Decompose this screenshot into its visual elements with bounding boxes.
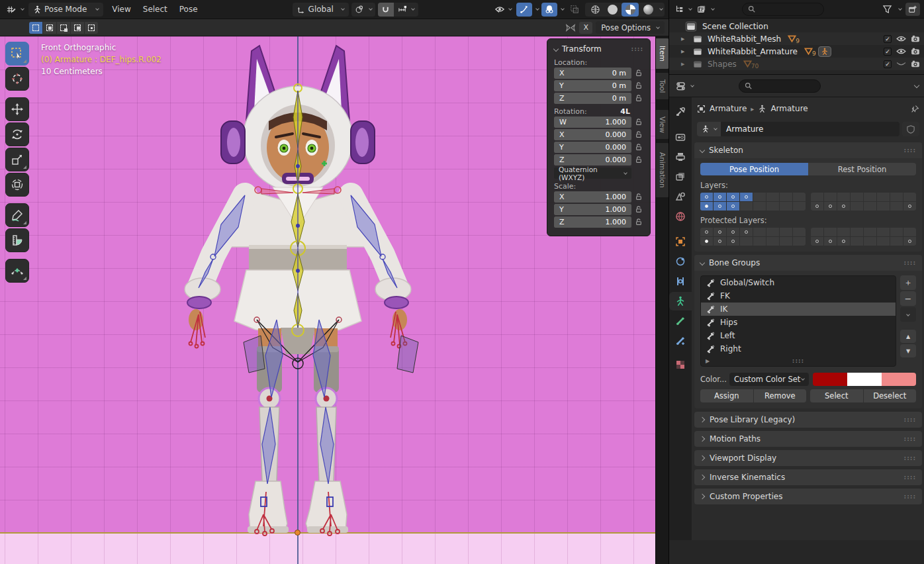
layer-cell[interactable] — [714, 202, 726, 211]
layer-cell[interactable] — [864, 228, 876, 236]
menu-select[interactable]: Select — [137, 3, 173, 17]
layer-cell[interactable] — [793, 228, 806, 236]
layer-cell[interactable] — [793, 193, 806, 201]
x-axis-mirror-toggle[interactable]: X — [579, 22, 592, 34]
eye-icon[interactable] — [896, 35, 906, 42]
color-swatch-1[interactable] — [847, 373, 882, 386]
properties-tab-bone-constraints[interactable] — [669, 332, 692, 350]
lock-icon[interactable] — [635, 156, 642, 164]
measure-tool-button[interactable] — [5, 228, 29, 252]
layer-cell[interactable] — [811, 193, 823, 201]
layer-cell[interactable] — [700, 202, 713, 211]
layer-cell[interactable] — [877, 228, 890, 236]
lock-icon[interactable] — [635, 206, 642, 213]
menu-view[interactable]: View — [106, 3, 136, 17]
layer-cell[interactable] — [740, 237, 753, 246]
pose-position-button[interactable]: Pose Position — [700, 163, 808, 175]
select-mode-invert[interactable] — [71, 22, 84, 34]
move-tool-button[interactable] — [5, 97, 29, 121]
fake-user-button[interactable] — [902, 122, 919, 136]
assign-button[interactable]: Assign — [700, 389, 753, 402]
color-swatch-2[interactable] — [882, 373, 916, 386]
layer-cell[interactable] — [740, 202, 753, 211]
id-name-field[interactable]: Armature — [721, 122, 900, 136]
layer-cell[interactable] — [727, 237, 739, 246]
add-bone-group-button[interactable]: ＋ — [900, 275, 916, 290]
shading-rendered-button[interactable] — [640, 3, 656, 17]
outliner-editor-type-button[interactable] — [673, 2, 693, 16]
sidebar-tab-item[interactable]: Item — [656, 38, 669, 69]
layer-cell[interactable] — [780, 193, 792, 201]
remove-bone-group-button[interactable]: − — [900, 291, 916, 306]
disclosure-triangle-icon[interactable]: ▶ — [681, 62, 684, 67]
layer-cell[interactable] — [864, 237, 876, 246]
select-button[interactable]: Select — [810, 389, 863, 402]
bone-group-fk[interactable]: FK — [701, 289, 896, 303]
lock-icon[interactable] — [635, 144, 642, 151]
rotation-mode-dropdown[interactable]: Quaternion (WXYZ) — [554, 167, 631, 179]
filter-funnel-icon[interactable] — [882, 5, 892, 14]
layer-cell[interactable] — [837, 228, 850, 236]
exclude-checkbox[interactable]: ✓ — [884, 48, 892, 56]
layer-cell[interactable] — [890, 237, 903, 246]
layer-cell[interactable] — [851, 193, 863, 201]
breadcrumb-object[interactable]: Armature — [710, 104, 747, 113]
expand-list-icon[interactable]: ▶ — [706, 358, 710, 364]
layer-cell[interactable] — [714, 193, 726, 201]
sidebar-tab-animation[interactable]: Animation — [656, 143, 669, 197]
rotation-w-field[interactable]: W1.000 — [554, 117, 631, 128]
properties-tab-data[interactable] — [669, 292, 692, 310]
lock-icon[interactable] — [635, 70, 642, 77]
layer-cell[interactable] — [811, 228, 823, 236]
transform-panel-header[interactable]: Transform :::: — [554, 43, 643, 55]
layer-cell[interactable] — [824, 237, 837, 246]
properties-tab-tool[interactable] — [669, 103, 692, 121]
panel-inverse-kinematics[interactable]: Inverse Kinematics:::: — [694, 469, 922, 485]
eye-closed-icon[interactable] — [896, 60, 906, 68]
scale-tool-button[interactable] — [5, 148, 29, 171]
layer-cell[interactable] — [864, 193, 876, 201]
lock-icon[interactable] — [635, 118, 642, 126]
layer-cell[interactable] — [851, 237, 863, 246]
move-group-up-button[interactable]: ▲ — [900, 330, 916, 343]
exclude-checkbox[interactable]: ✓ — [884, 35, 892, 43]
menu-pose[interactable]: Pose — [173, 3, 204, 17]
scale-y-field[interactable]: Y1.000 — [554, 204, 631, 215]
properties-tab-material[interactable] — [669, 355, 692, 374]
bone-group-hips[interactable]: Hips — [701, 316, 896, 329]
layer-cell[interactable] — [890, 202, 903, 211]
layer-cell[interactable] — [851, 202, 863, 211]
proportional-editing-button[interactable] — [351, 3, 375, 17]
layer-cell[interactable] — [780, 228, 792, 236]
layer-cell[interactable] — [740, 228, 753, 236]
sidebar-tab-tool[interactable]: Tool — [656, 73, 669, 99]
layer-cell[interactable] — [766, 237, 779, 246]
layer-cell[interactable] — [903, 237, 916, 246]
breadcrumb-data[interactable]: Armature — [770, 104, 808, 113]
outliner-row-whiterabbit-mesh[interactable]: ▶WhiteRabbit_Mesh9✓ — [669, 32, 924, 45]
location-x-field[interactable]: X0 m — [554, 68, 631, 79]
lock-icon[interactable] — [635, 82, 642, 89]
lock-icon[interactable] — [635, 218, 642, 226]
camera-icon[interactable] — [911, 35, 920, 42]
shading-solid-button[interactable] — [604, 3, 620, 17]
id-type-dropdown[interactable] — [697, 122, 721, 136]
outliner-row-scene-collection[interactable]: Scene Collection — [669, 20, 924, 32]
rotation-x-field[interactable]: X0.000 — [554, 129, 631, 140]
snap-target-button[interactable] — [394, 5, 418, 13]
lock-icon[interactable] — [635, 193, 642, 201]
layer-cell[interactable] — [727, 202, 739, 211]
location-z-field[interactable]: Z0 m — [554, 93, 631, 104]
layer-cell[interactable] — [753, 202, 766, 211]
sidebar-tab-view[interactable]: View — [656, 110, 669, 139]
lock-icon[interactable] — [635, 95, 642, 102]
color-set-dropdown[interactable]: Custom Color Set — [729, 373, 809, 386]
properties-tab-scene[interactable] — [669, 187, 692, 206]
layer-cell[interactable] — [727, 193, 739, 201]
layer-cell[interactable] — [700, 228, 713, 236]
layer-cell[interactable] — [766, 228, 779, 236]
properties-options-chevron[interactable] — [914, 82, 919, 87]
bone-group-specials-button[interactable] — [900, 307, 916, 322]
eye-icon[interactable] — [896, 48, 906, 55]
layer-cell[interactable] — [837, 237, 850, 246]
